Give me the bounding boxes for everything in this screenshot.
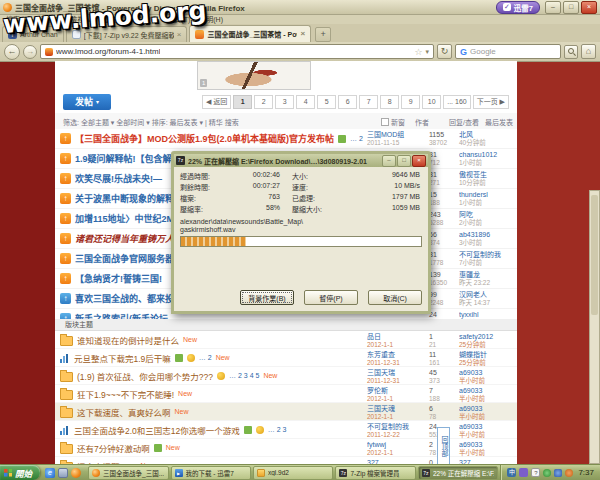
new-post-button[interactable]: 发帖 ▾ [63, 94, 111, 110]
forward-button[interactable]: → [23, 45, 37, 59]
thread-title[interactable]: 喜欢三国全战的、都来投 [75, 292, 174, 305]
lastpost-time[interactable]: 3小时前 [459, 239, 517, 247]
thread-title[interactable]: 诸君还记得当年重铸万人 [75, 232, 174, 245]
thread-title[interactable]: 三国全面战争官网服务器 [75, 252, 174, 265]
thunder7-badge[interactable]: ✓ 迅雷7 [496, 1, 540, 14]
pager-item[interactable]: 5 [317, 95, 336, 109]
lastpost-time[interactable]: 7小时前 [459, 259, 517, 267]
tab[interactable]: Arthur Chan [2, 26, 64, 42]
tab[interactable]: [下載] 7-Zip v9.22 免費壓縮軟體-使用…× [66, 26, 188, 42]
menu-item[interactable]: 書籤(B) [135, 14, 158, 24]
menu-item[interactable]: 檢視(V) [70, 14, 93, 24]
thread-title[interactable]: 【急纳贤才!誓铸三国! [75, 272, 162, 285]
author-name[interactable]: 三国MOD组 [367, 131, 423, 139]
author-name[interactable]: 不可复制的我 [367, 423, 423, 431]
thread-title[interactable]: 还有7分钟好激动啊 [77, 442, 150, 454]
lastpost-user[interactable]: a69033 [459, 369, 517, 377]
network-icon[interactable] [554, 469, 562, 477]
show-desktop-icon[interactable] [58, 468, 68, 478]
thread-title[interactable]: 谁知道现在的倒计时是什么 [77, 334, 179, 346]
lastpost-user[interactable]: 蝴蝶指针 [459, 351, 517, 359]
menu-item[interactable]: 工具(T) [167, 14, 190, 24]
taskbar-button[interactable]: 我的下载 - 迅雷7 [171, 466, 251, 480]
taskbar-button[interactable]: xgl.9d2 [253, 466, 333, 480]
lastpost-user[interactable]: tyxxihl [459, 311, 517, 319]
lastpost-user[interactable]: 惠疆龙 [459, 271, 517, 279]
pager-item[interactable]: 2 [254, 95, 273, 109]
thread-title[interactable]: (1.9) 首次征战、你会用哪个势力??? [77, 370, 213, 382]
new-tab-button[interactable]: + [315, 27, 331, 42]
tab-close-icon[interactable]: × [177, 31, 182, 39]
search-icon[interactable] [564, 45, 578, 59]
dialog-maximize-button[interactable]: □ [397, 155, 411, 167]
lastpost-user[interactable]: chansu1012 [459, 151, 517, 159]
maximize-button[interactable]: □ [563, 1, 579, 14]
help-icon[interactable] [531, 468, 540, 477]
home-button[interactable]: ⌂ [581, 44, 596, 59]
antivirus-icon[interactable] [543, 469, 551, 477]
thunder-tray-icon[interactable] [519, 468, 528, 477]
ie-icon[interactable] [45, 468, 55, 478]
thread-page-links[interactable]: … 2 [199, 354, 212, 361]
url-dropdown-icon[interactable]: ▾ [425, 48, 429, 56]
thread-page-links[interactable]: … 2 3 4 5 [229, 372, 259, 379]
tab-active[interactable]: 三国全面战争_三国茶馆 - Powered by …× [189, 25, 311, 42]
pager-item[interactable]: 下一页 ▶ [473, 95, 509, 109]
pager-item[interactable]: 3 [275, 95, 294, 109]
pager-item[interactable]: ◀ 返回 [202, 95, 231, 109]
bookmark-star-icon[interactable]: ☆ [414, 47, 422, 57]
filter-links[interactable]: 筛选: 全部主题 ▾ 全部时间 ▾ 排序: 最后发表 ▾ | 精华 搜索 [63, 117, 239, 127]
taskbar-button[interactable]: 22% 正在解壓縮 E:\F... [418, 466, 498, 480]
menu-item[interactable]: 編輯(E) [38, 14, 61, 24]
back-to-top-button[interactable]: 回顶部 [437, 427, 450, 465]
thread-page-links[interactable]: … 2 3 [268, 426, 287, 433]
author-name[interactable]: 三国天瑞 [367, 369, 423, 377]
lastpost-user[interactable]: 傲视苍生 [459, 171, 517, 179]
clock[interactable]: 7:37 [578, 468, 594, 477]
lastpost-time[interactable]: 25分钟前 [459, 359, 517, 367]
tab-close-icon[interactable]: × [300, 30, 305, 38]
dialog-close-button[interactable]: × [412, 155, 426, 167]
url-bar[interactable]: www.lmod.org/forum-4-1.html ☆ ▾ [40, 44, 434, 59]
lastpost-user[interactable]: ab431896 [459, 231, 517, 239]
pager-item[interactable]: 6 [338, 95, 357, 109]
thread-title[interactable]: 加增115地址〉中世纪2MO [75, 212, 181, 225]
lastpost-user[interactable]: safety2012 [459, 333, 517, 341]
author-name[interactable]: 罗伦斯 [367, 387, 423, 395]
lastpost-time[interactable]: 半小时前 [459, 449, 517, 457]
pause-button[interactable]: 暫停(P) [304, 290, 358, 305]
lastpost-time[interactable]: 昨天 23:22 [459, 279, 517, 287]
lastpost-time[interactable]: 1小时前 [459, 159, 517, 167]
thread-title[interactable]: 1.9疑问解释帖!【包含解 [75, 152, 172, 165]
thread-page-links[interactable]: … 2 3 4 5 6 .. 110 [350, 135, 364, 142]
close-button[interactable]: × [581, 1, 597, 14]
search-input[interactable]: G Google [455, 44, 561, 59]
checkbox-icon[interactable] [381, 118, 389, 126]
menu-item[interactable]: 檔案(F) [6, 14, 29, 24]
pager-item[interactable]: 10 [422, 95, 441, 109]
menu-item[interactable]: 歷史(S) [103, 14, 126, 24]
pager-item[interactable]: 1 [233, 95, 252, 109]
minimize-button[interactable]: – [545, 1, 561, 14]
firefox-quicklaunch-icon[interactable] [71, 468, 81, 478]
pager-item[interactable]: 9 [401, 95, 420, 109]
lastpost-user[interactable]: 北风 [459, 131, 517, 139]
lastpost-user[interactable]: 不可复制的我 [459, 251, 517, 259]
lastpost-user[interactable]: a69033 [459, 441, 517, 449]
pager-item[interactable]: 7 [359, 95, 378, 109]
thread-title[interactable]: 元旦整点下载完1.9后干嘛 [74, 352, 171, 364]
thread-title[interactable]: 欢笑尽展!乐战未央!— [75, 172, 162, 185]
thread-title[interactable]: 关于波黑中断现象的解释 [75, 192, 174, 205]
thread-title[interactable]: 狂下1.9~~~不下完不能睡! [77, 388, 174, 400]
author-name[interactable]: 品日 [367, 333, 423, 341]
pager-item[interactable]: 4 [296, 95, 315, 109]
new-window-option[interactable]: 新窗 [381, 117, 405, 127]
lastpost-time[interactable]: 10分钟前 [459, 179, 517, 187]
lastpost-time[interactable]: 半小时前 [459, 377, 517, 385]
taskbar-button[interactable]: 三国全面战争_三国... [88, 466, 168, 480]
pager-item[interactable]: 8 [380, 95, 399, 109]
post-image[interactable]: 1 [197, 61, 311, 90]
lastpost-time[interactable]: 25分钟前 [459, 341, 517, 349]
lastpost-user[interactable]: 汉网老人 [459, 291, 517, 299]
thread-title[interactable]: 这下载速度、真爽好么啊 [77, 406, 171, 418]
